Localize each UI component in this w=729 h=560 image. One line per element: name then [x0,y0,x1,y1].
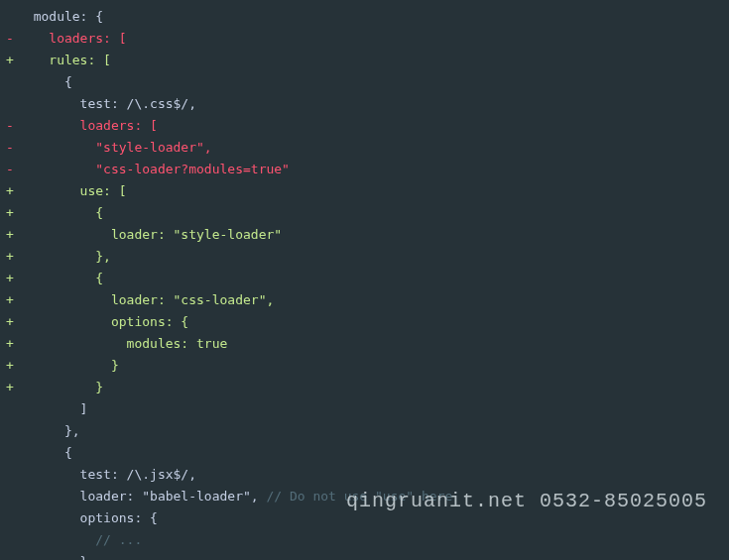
code-line: + loader: "style-loader" [0,224,729,246]
code-line: ] [0,398,729,420]
code-text: options: { [18,510,158,525]
code-line: module: { [0,6,729,28]
code-line: - "style-loader", [0,137,729,159]
diff-marker [0,6,18,28]
diff-marker [0,71,18,93]
diff-marker [0,442,18,464]
code-text: loader: "css-loader", [18,292,274,307]
diff-marker: - [0,137,18,159]
code-text: } [18,380,103,394]
code-text: module: { [18,9,103,24]
code-text: "style-loader", [18,140,212,155]
code-text: rules: [ [18,53,111,67]
diff-marker: - [0,28,18,50]
code-line: // ... [0,529,729,551]
diff-marker [0,486,18,507]
code-line: { [0,71,729,93]
diff-marker [0,464,18,486]
code-text: test: /\.jsx$/, [18,467,196,482]
code-text: loaders: [ [18,118,158,133]
code-text: { [18,271,103,285]
diff-marker [0,93,18,115]
diff-marker [0,398,18,420]
code-line: test: /\.jsx$/, [0,464,729,486]
code-line: + options: { [0,311,729,333]
code-text: use: [ [18,183,127,198]
diff-marker: + [0,289,18,311]
code-line: + rules: [ [0,50,729,71]
code-line: + { [0,268,729,289]
code-line: test: /\.css$/, [0,93,729,115]
code-line: { [0,442,729,464]
diff-marker: - [0,159,18,180]
code-text: options: { [18,314,188,329]
diff-marker: + [0,355,18,377]
diff-marker [0,420,18,442]
code-text: }, [18,423,80,438]
code-comment: // Do not use "use" here [266,489,452,504]
code-line: loader: "babel-loader", // Do not use "u… [0,486,729,507]
code-line: } [0,551,729,560]
diff-code-block: module: {- loaders: [+ rules: [ { test: … [0,0,729,560]
code-text: } [18,358,119,373]
diff-marker: + [0,377,18,398]
code-line: + loader: "css-loader", [0,289,729,311]
code-line: - loaders: [ [0,28,729,50]
code-text: } [18,554,87,560]
code-line: - loaders: [ [0,115,729,137]
code-text: loader: "babel-loader", [18,489,266,504]
diff-marker: + [0,268,18,289]
code-text: modules: true [18,336,227,351]
code-text: test: /\.css$/, [18,96,196,111]
code-line: options: { [0,507,729,529]
code-line: + modules: true [0,333,729,355]
code-line: }, [0,420,729,442]
code-text: { [18,74,72,89]
code-text: ] [18,401,87,416]
diff-marker [0,507,18,529]
code-line: + { [0,202,729,224]
code-text: }, [18,249,111,264]
diff-marker: + [0,224,18,246]
diff-marker [0,529,18,551]
code-line: + }, [0,246,729,268]
code-text: { [18,205,103,220]
code-comment: // ... [95,532,142,547]
code-text [18,532,95,547]
code-line: + use: [ [0,180,729,202]
code-line: + } [0,355,729,377]
diff-marker: + [0,180,18,202]
diff-marker [0,551,18,560]
code-line: + } [0,377,729,398]
diff-marker: + [0,202,18,224]
diff-marker: + [0,50,18,71]
diff-marker: + [0,333,18,355]
diff-marker: - [0,115,18,137]
code-text: { [18,445,72,460]
code-text: loaders: [ [18,31,127,46]
code-text: loader: "style-loader" [18,227,282,242]
diff-marker: + [0,246,18,268]
code-text: "css-loader?modules=true" [18,162,290,176]
diff-marker: + [0,311,18,333]
code-line: - "css-loader?modules=true" [0,159,729,180]
